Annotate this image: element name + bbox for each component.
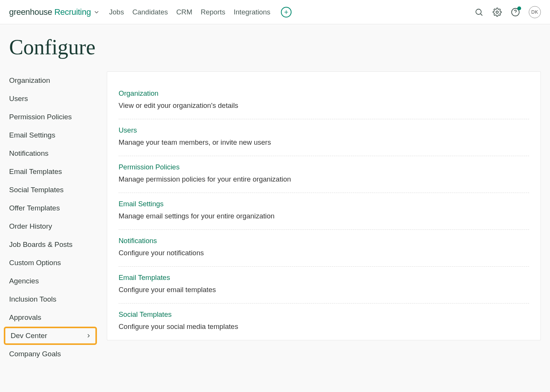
config-row-title[interactable]: Email Settings bbox=[119, 200, 529, 208]
sidebar-item-label: Approvals bbox=[9, 313, 41, 322]
sidebar: OrganizationUsersPermission PoliciesEmai… bbox=[9, 71, 95, 363]
sidebar-item-label: Email Templates bbox=[9, 168, 62, 176]
nav-icons: DK bbox=[474, 6, 541, 18]
config-row-users: UsersManage your team members, or invite… bbox=[119, 119, 529, 156]
top-nav: greenhouse Recruiting Jobs Candidates CR… bbox=[0, 0, 550, 24]
nav-jobs[interactable]: Jobs bbox=[109, 8, 124, 16]
sidebar-item-organization[interactable]: Organization bbox=[9, 71, 95, 90]
config-row-desc: Configure your notifications bbox=[119, 249, 529, 257]
brand-logo: greenhouse Recruiting bbox=[9, 7, 91, 17]
nav-integrations[interactable]: Integrations bbox=[234, 8, 271, 16]
sidebar-item-approvals[interactable]: Approvals bbox=[9, 308, 95, 327]
plus-icon bbox=[283, 9, 289, 15]
config-row-notifications: NotificationsConfigure your notification… bbox=[119, 230, 529, 267]
brand-switcher[interactable]: greenhouse Recruiting bbox=[9, 7, 100, 17]
sidebar-item-job-boards-posts[interactable]: Job Boards & Posts bbox=[9, 236, 95, 254]
config-row-desc: Manage email settings for your entire or… bbox=[119, 212, 529, 220]
config-row-desc: Configure your social media templates bbox=[119, 322, 529, 331]
sidebar-item-label: Dev Center bbox=[11, 332, 47, 340]
sidebar-item-label: Company Goals bbox=[9, 350, 61, 358]
search-icon bbox=[474, 8, 483, 17]
config-row-desc: Manage permission policies for your enti… bbox=[119, 175, 529, 183]
nav-links: Jobs Candidates CRM Reports Integrations bbox=[109, 8, 270, 16]
sidebar-item-label: Order History bbox=[9, 222, 52, 231]
config-row-desc: View or edit your organization's details bbox=[119, 101, 529, 110]
sidebar-item-email-settings[interactable]: Email Settings bbox=[9, 126, 95, 144]
sidebar-item-agencies[interactable]: Agencies bbox=[9, 272, 95, 290]
sidebar-item-order-history[interactable]: Order History bbox=[9, 217, 95, 236]
sidebar-item-label: Inclusion Tools bbox=[9, 295, 56, 303]
sidebar-item-offer-templates[interactable]: Offer Templates bbox=[9, 199, 95, 217]
config-row-title[interactable]: Notifications bbox=[119, 237, 529, 245]
config-row-email-templates: Email TemplatesConfigure your email temp… bbox=[119, 267, 529, 303]
config-row-desc: Manage your team members, or invite new … bbox=[119, 138, 529, 147]
sidebar-item-users[interactable]: Users bbox=[9, 90, 95, 108]
main-panel: OrganizationView or edit your organizati… bbox=[107, 71, 541, 340]
nav-reports[interactable]: Reports bbox=[201, 8, 225, 16]
sidebar-item-dev-center[interactable]: Dev Center bbox=[4, 327, 97, 345]
brand-greenhouse: greenhouse bbox=[9, 7, 52, 17]
svg-point-2 bbox=[476, 9, 481, 14]
help-button[interactable] bbox=[510, 7, 520, 17]
chevron-down-icon bbox=[93, 9, 100, 16]
brand-recruiting: Recruiting bbox=[52, 7, 91, 17]
config-row-desc: Configure your email templates bbox=[119, 286, 529, 294]
config-row-title[interactable]: Email Templates bbox=[119, 273, 529, 282]
config-row-title[interactable]: Users bbox=[119, 126, 529, 134]
config-row-title[interactable]: Organization bbox=[119, 89, 529, 98]
config-row-social-templates: Social TemplatesConfigure your social me… bbox=[119, 303, 529, 340]
sidebar-item-label: Agencies bbox=[9, 277, 39, 285]
sidebar-item-label: Custom Options bbox=[9, 259, 61, 267]
sidebar-item-permission-policies[interactable]: Permission Policies bbox=[9, 108, 95, 126]
sidebar-item-label: Permission Policies bbox=[9, 113, 72, 121]
nav-crm[interactable]: CRM bbox=[176, 8, 192, 16]
search-button[interactable] bbox=[474, 7, 484, 17]
sidebar-item-social-templates[interactable]: Social Templates bbox=[9, 181, 95, 199]
config-row-email-settings: Email SettingsManage email settings for … bbox=[119, 193, 529, 230]
page-title: Configure bbox=[9, 35, 541, 59]
settings-button[interactable] bbox=[492, 7, 502, 17]
config-row-title[interactable]: Social Templates bbox=[119, 310, 529, 319]
nav-candidates[interactable]: Candidates bbox=[132, 8, 168, 16]
svg-line-3 bbox=[481, 14, 483, 16]
sidebar-item-notifications[interactable]: Notifications bbox=[9, 144, 95, 163]
sidebar-item-email-templates[interactable]: Email Templates bbox=[9, 163, 95, 181]
chevron-right-icon bbox=[86, 333, 92, 339]
sidebar-item-label: Notifications bbox=[9, 149, 49, 158]
page-body: Configure OrganizationUsersPermission Po… bbox=[0, 24, 550, 386]
sidebar-item-company-goals[interactable]: Company Goals bbox=[9, 345, 95, 363]
sidebar-item-label: Users bbox=[9, 95, 28, 103]
svg-point-4 bbox=[496, 11, 498, 13]
sidebar-item-label: Email Settings bbox=[9, 131, 55, 139]
config-row-title[interactable]: Permission Policies bbox=[119, 163, 529, 171]
avatar[interactable]: DK bbox=[529, 6, 541, 18]
sidebar-item-custom-options[interactable]: Custom Options bbox=[9, 254, 95, 272]
sidebar-item-label: Social Templates bbox=[9, 186, 63, 194]
add-button[interactable] bbox=[281, 7, 292, 17]
config-row-permission-policies: Permission PoliciesManage permission pol… bbox=[119, 156, 529, 193]
layout: OrganizationUsersPermission PoliciesEmai… bbox=[9, 71, 541, 363]
sidebar-item-inclusion-tools[interactable]: Inclusion Tools bbox=[9, 290, 95, 308]
sidebar-item-label: Organization bbox=[9, 76, 50, 85]
config-row-organization: OrganizationView or edit your organizati… bbox=[119, 82, 529, 119]
sidebar-item-label: Job Boards & Posts bbox=[9, 240, 73, 249]
gear-icon bbox=[493, 8, 502, 17]
notification-dot bbox=[517, 6, 521, 10]
sidebar-item-label: Offer Templates bbox=[9, 204, 60, 212]
